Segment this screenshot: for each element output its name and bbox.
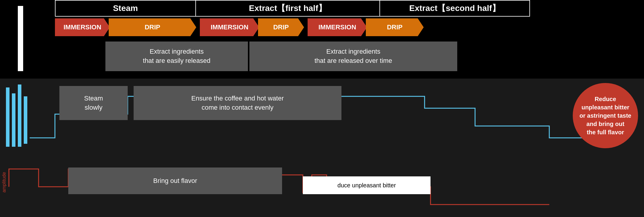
drip-arrow-1: DRIP: [109, 18, 196, 36]
header-steam: Steam: [56, 1, 196, 16]
left-bars-top: [0, 0, 39, 79]
arrow-row: IMMERSION DRIP IMMERSION DRIP IMMERSION …: [55, 18, 424, 37]
red-circle-callout: Reduce unpleasant bitter or astringent t…: [573, 83, 638, 148]
vertical-bar-white: [18, 6, 23, 71]
immersion-arrow-3: IMMERSION: [308, 18, 367, 36]
immersion-arrow-1: IMMERSION: [55, 18, 110, 36]
desc-reduce-bitter-box: duce unpleasant bitter: [303, 176, 431, 194]
drip-arrow-3: DRIP: [366, 18, 424, 36]
top-section: Steam Extract【first half】 Extract【second…: [39, 0, 644, 79]
amplitude-label: amplitude: [1, 172, 7, 192]
desc-steam-slowly: Steam slowly: [59, 86, 128, 120]
desc-easily-released: Extract ingredients that are easily rele…: [105, 42, 248, 71]
main-container: Steam Extract【first half】 Extract【second…: [0, 0, 644, 217]
header-first-half: Extract【first half】: [196, 1, 380, 16]
header-row: Steam Extract【first half】 Extract【second…: [55, 0, 530, 17]
drip-arrow-2: DRIP: [258, 18, 304, 36]
desc-bring-flavor: Bring out flavor: [68, 167, 282, 194]
desc-ensure-contact: Ensure the coffee and hot water come int…: [134, 86, 341, 120]
desc-released-over-time: Extract ingredients that are released ov…: [249, 42, 457, 71]
header-second-half: Extract【second half】: [380, 1, 529, 16]
immersion-arrow-2: IMMERSION: [200, 18, 259, 36]
